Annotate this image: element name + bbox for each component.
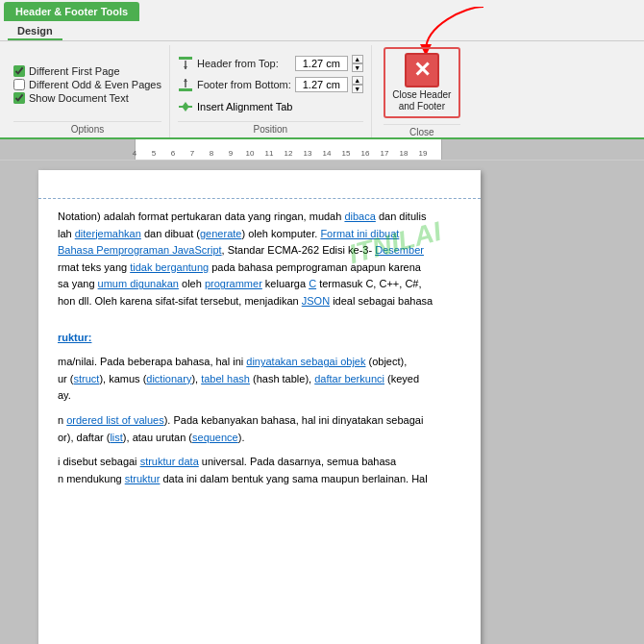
ribbon-group-options: Different First Page Different Odd & Eve…	[6, 45, 170, 137]
header-from-top-down[interactable]: ▼	[352, 63, 363, 72]
spacer-1	[58, 310, 461, 322]
header-zone	[38, 170, 481, 199]
ribbon-content: Different First Page Different Odd & Eve…	[0, 41, 644, 137]
page-container: ITNILAI Notation) adalah format pertukar…	[19, 170, 625, 644]
ruler-mark-0: 4	[133, 149, 136, 158]
options-checkboxes: Different First Page Different Odd & Eve…	[13, 47, 161, 121]
para-3: Bahasa Pemprograman JavaScript, Standar …	[58, 242, 461, 260]
section-item-1c: ay.	[58, 387, 461, 405]
ruler-mark-12: 16	[361, 149, 370, 158]
ruler-mark-7: 11	[265, 149, 274, 158]
close-group-label: Close	[384, 124, 460, 137]
ribbon-tab-header-footer-tools[interactable]: Header & Footer Tools	[4, 2, 139, 21]
close-header-footer-label: Close Header and Footer	[392, 89, 451, 112]
ribbon-group-close-wrapper: ✕ Close Header and Footer Close	[380, 45, 464, 137]
footer-from-bottom-down[interactable]: ▼	[352, 85, 363, 93]
ruler-mark-8: 12	[285, 149, 293, 158]
section-item-3b: n mendukung struktur data ini dalam bent…	[58, 471, 461, 488]
header-from-top-input[interactable]	[295, 56, 348, 71]
para-5: sa yang umum digunakan oleh programmer k…	[58, 276, 461, 293]
para-6: hon dll. Oleh karena sifat-sifat tersebu…	[58, 293, 461, 310]
section-item-2b: or), daftar (list), atau urutan (sequenc…	[58, 430, 461, 447]
footer-from-bottom-spinner[interactable]: ▲ ▼	[352, 76, 363, 93]
footer-from-bottom-input[interactable]	[295, 77, 348, 92]
ribbon-subtab-design[interactable]: Design	[8, 23, 62, 40]
ribbon-group-position: Header from Top: ▲ ▼	[170, 45, 372, 137]
svg-marker-5	[184, 79, 187, 82]
svg-rect-0	[179, 57, 192, 60]
para-4: rmat teks yang tidak bergantung pada bah…	[58, 260, 461, 277]
ruler-mark-13: 17	[381, 149, 389, 158]
right-margin-indicator	[480, 199, 481, 295]
close-header-footer-button[interactable]: ✕	[405, 53, 439, 87]
spacer-3	[58, 405, 461, 412]
ruler-mark-3: 7	[190, 149, 194, 158]
left-margin	[19, 170, 38, 644]
ruler-mark-14: 18	[400, 149, 409, 158]
ruler-mark-2: 6	[171, 149, 175, 158]
spacer-4	[58, 446, 461, 454]
show-document-text-checkbox[interactable]: Show Document Text	[13, 92, 161, 104]
right-margin	[606, 170, 625, 644]
ruler-mark-15: 19	[419, 149, 428, 158]
svg-rect-6	[179, 106, 192, 108]
header-from-top-spinner[interactable]: ▲ ▼	[352, 55, 363, 72]
svg-marker-7	[183, 102, 188, 106]
svg-marker-8	[183, 108, 188, 111]
section-item-3a: i disebut sebagai struktur data universa…	[58, 454, 461, 471]
ribbon-tab-bar: Header & Footer Tools	[0, 0, 644, 21]
options-group-label: Options	[13, 121, 161, 137]
ribbon-group-close: ✕ Close Header and Footer	[384, 47, 460, 118]
document-area: ITNILAI Notation) adalah format pertukar…	[0, 161, 644, 644]
section-item-2a: n ordered list of values). Pada kebanyak…	[58, 412, 461, 430]
ruler-mark-1: 5	[152, 149, 156, 158]
position-controls: Header from Top: ▲ ▼	[178, 47, 363, 121]
header-top-icon	[178, 56, 193, 71]
position-group-label: Position	[178, 121, 363, 137]
different-first-page-checkbox[interactable]: Different First Page	[13, 65, 161, 77]
ruler-mark-11: 15	[342, 149, 351, 158]
ruler-mark-9: 13	[304, 149, 312, 158]
insert-alignment-tab-icon	[178, 99, 193, 114]
insert-alignment-tab-row[interactable]: Insert Alignment Tab	[178, 99, 363, 114]
ruler-mark-5: 9	[229, 149, 233, 158]
close-x-icon: ✕	[413, 60, 431, 81]
section-item-1b: ur (struct), kamus (dictionary), tabel h…	[58, 371, 461, 388]
document-page: ITNILAI Notation) adalah format pertukar…	[38, 170, 481, 644]
different-odd-even-pages-checkbox[interactable]: Different Odd & Even Pages	[13, 79, 161, 90]
ruler: 4 5 6 7 8 9 10 11 12 13 14 15 16 17 18 1…	[0, 139, 644, 161]
header-from-top-row: Header from Top: ▲ ▼	[178, 55, 363, 72]
ruler-mark-4: 8	[210, 149, 213, 158]
svg-marker-2	[184, 66, 187, 69]
section-item-1a: ma/nilai. Pada beberapa bahasa, hal ini …	[58, 354, 461, 371]
svg-rect-3	[179, 88, 192, 91]
section-heading: ruktur:	[58, 330, 461, 347]
content-zone: Notation) adalah format pertukaran data …	[38, 199, 481, 497]
ruler-mark-6: 10	[246, 149, 255, 158]
para-2: lah diterjemahkan dan dibuat (generate) …	[58, 226, 461, 243]
ruler-mark-10: 14	[323, 149, 332, 158]
header-from-top-up[interactable]: ▲	[352, 55, 363, 63]
ribbon: Header & Footer Tools Design Different F…	[0, 0, 644, 139]
footer-from-bottom-up[interactable]: ▲	[352, 76, 363, 85]
footer-from-bottom-row: Footer from Bottom: ▲ ▼	[178, 76, 363, 93]
para-1: Notation) adalah format pertukaran data …	[58, 209, 461, 226]
footer-bottom-icon	[178, 77, 193, 92]
